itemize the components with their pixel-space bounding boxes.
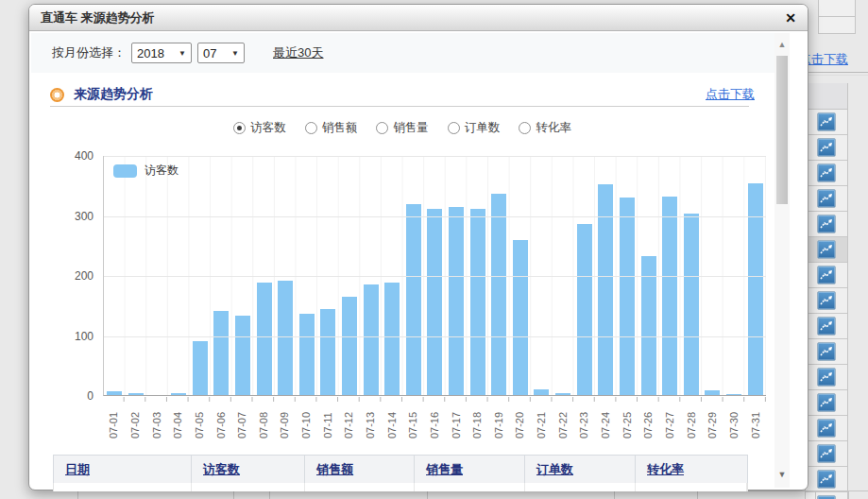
x-axis-label: 07-07 — [236, 412, 247, 439]
bar-slot — [467, 209, 488, 395]
radio-icon[interactable] — [448, 122, 460, 134]
table-row — [806, 263, 847, 288]
table-row — [806, 416, 847, 441]
x-axis-label: 07-01 — [108, 412, 119, 439]
x-axis-slot: 07-03 — [145, 402, 167, 449]
table-row — [806, 441, 847, 467]
x-axis-slot: 07-13 — [360, 402, 382, 449]
sort-link-5[interactable]: 订单数 — [536, 462, 573, 476]
sort-link-3[interactable]: 销售额 — [316, 462, 353, 476]
trend-chart-icon-button[interactable] — [817, 266, 836, 284]
radio-icon[interactable] — [305, 122, 317, 134]
bar-07-17 — [449, 207, 464, 395]
bar-07-27 — [662, 197, 677, 395]
table-row — [806, 314, 847, 339]
bar-slot — [168, 393, 190, 395]
x-axis-slot: 07-11 — [316, 402, 338, 449]
trend-chart-icon-button[interactable] — [817, 342, 836, 361]
y-axis: 0100200300400 — [63, 156, 99, 396]
metric-radio-group: 访客数销售额销售量订单数转化率 — [29, 120, 775, 136]
recent-30-days-link[interactable]: 最近30天 — [273, 44, 323, 61]
trend-chart-icon-button[interactable] — [817, 240, 836, 259]
radio-icon[interactable] — [376, 122, 388, 134]
x-axis-label: 07-30 — [728, 412, 740, 439]
x-axis-slot: 07-09 — [274, 402, 296, 449]
scroll-up-icon[interactable]: ▲ — [774, 40, 790, 49]
sort-link-4[interactable]: 销售量 — [426, 462, 463, 476]
bar-07-02 — [128, 393, 144, 395]
metric-radio-2[interactable]: 销售额 — [305, 120, 358, 136]
table-row — [806, 339, 847, 365]
bar-slot — [189, 341, 211, 395]
metric-radio-1[interactable]: 访客数 — [233, 120, 286, 136]
bar-slot — [339, 297, 361, 395]
x-axis-label: 07-19 — [493, 412, 504, 439]
trend-chart-icon-button[interactable] — [817, 495, 836, 499]
bar-slot — [488, 194, 510, 395]
bar-07-12 — [342, 297, 357, 395]
modal-scrollbar[interactable]: ▲ ▼ — [774, 33, 790, 488]
sort-link-6[interactable]: 转化率 — [647, 462, 684, 476]
trend-chart-icon-button[interactable] — [817, 470, 836, 489]
background-table-border — [614, 491, 615, 499]
trend-chart-icon-button[interactable] — [817, 368, 836, 387]
table-row — [806, 390, 847, 416]
metric-radio-4[interactable]: 订单数 — [448, 120, 501, 136]
bar-07-20 — [513, 240, 528, 395]
trend-chart-icon-button[interactable] — [817, 317, 836, 336]
bar-slot — [510, 240, 532, 395]
data-table-first-row — [53, 483, 748, 491]
trend-chart-icon-button[interactable] — [817, 189, 836, 208]
section-title: 来源趋势分析 — [74, 86, 153, 103]
background-table-border — [77, 491, 78, 499]
metric-radio-5[interactable]: 转化率 — [519, 120, 571, 136]
bar-slot — [126, 393, 147, 395]
trend-chart-icon-button[interactable] — [817, 112, 836, 131]
bar-07-14 — [384, 283, 400, 395]
bar-slot — [702, 390, 723, 395]
x-axis-slot: 07-12 — [338, 402, 360, 449]
metric-label: 订单数 — [465, 120, 501, 136]
x-axis-slot: 07-19 — [488, 402, 510, 449]
background-table-border — [233, 491, 234, 499]
bar-07-26 — [641, 256, 656, 395]
year-select[interactable]: 2018 ▼ — [131, 43, 192, 63]
x-axis-label: 07-10 — [300, 412, 312, 439]
x-axis-slot: 07-30 — [723, 402, 745, 449]
download-link[interactable]: 点击下载 — [706, 86, 755, 103]
radio-icon[interactable] — [519, 122, 531, 134]
trend-chart-icon-button[interactable] — [817, 419, 836, 438]
month-select[interactable]: 07 ▼ — [197, 43, 245, 63]
gridline — [104, 336, 766, 337]
metric-radio-3[interactable]: 销售量 — [376, 120, 429, 136]
x-axis-label: 07-17 — [451, 412, 462, 439]
y-axis-label: 300 — [58, 211, 94, 222]
bar-slot — [723, 394, 745, 395]
close-icon[interactable]: ✕ — [785, 11, 796, 25]
trend-chart-icon-button[interactable] — [817, 393, 836, 412]
radio-selected-icon[interactable] — [233, 122, 246, 134]
trend-chart-icon-button[interactable] — [817, 138, 836, 157]
scrollbar-thumb[interactable] — [776, 56, 788, 204]
metric-label: 访客数 — [250, 120, 286, 136]
x-axis-slot: 07-25 — [616, 402, 638, 449]
table-cell — [415, 483, 525, 491]
scroll-down-icon[interactable]: ▼ — [774, 470, 790, 479]
trend-chart-icon-button[interactable] — [817, 291, 836, 310]
bar-07-19 — [491, 194, 506, 395]
sort-link-2[interactable]: 访客数 — [203, 462, 240, 476]
x-axis-label: 07-23 — [578, 412, 589, 439]
x-axis-label: 07-12 — [343, 412, 354, 439]
table-row — [806, 161, 847, 186]
x-axis-label: 07-21 — [536, 412, 547, 439]
x-axis-label: 07-14 — [386, 412, 398, 439]
x-axis-label: 07-02 — [129, 412, 141, 439]
orange-dot-icon — [50, 88, 64, 102]
sort-link-1[interactable]: 日期 — [65, 462, 90, 476]
bar-slot — [253, 283, 275, 395]
trend-chart-icon-button[interactable] — [817, 444, 836, 463]
x-axis-label: 07-26 — [642, 412, 654, 439]
trend-chart-icon-button[interactable] — [817, 163, 836, 182]
trend-chart-icon-button[interactable] — [817, 215, 836, 233]
x-axis-label: 07-29 — [706, 412, 718, 439]
